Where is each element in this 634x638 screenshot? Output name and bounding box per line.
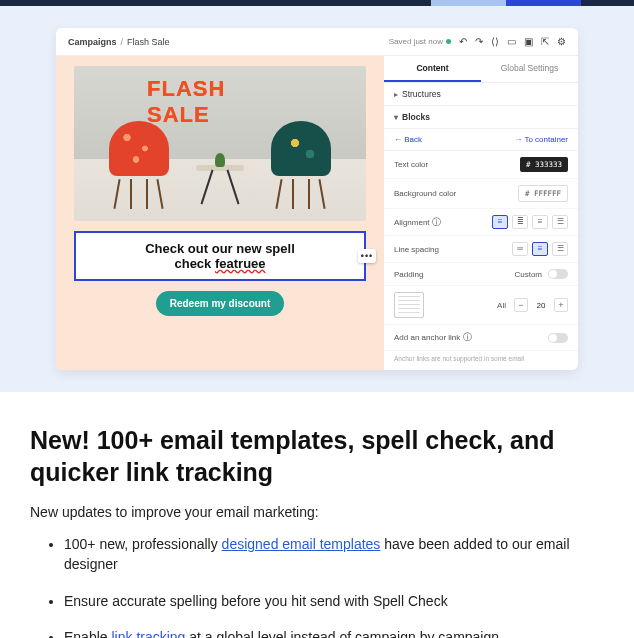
breadcrumb-current: Flash Sale [127,37,170,47]
alignment-label: Alignment ⓘ [394,216,441,229]
desktop-icon[interactable]: ▭ [507,36,516,47]
tab-content[interactable]: Content [384,56,481,82]
align-center-icon[interactable]: ≣ [512,215,528,229]
spacing-s-icon[interactable]: ═ [512,242,528,256]
intro-text: New updates to improve your email market… [30,504,604,520]
alignment-group: ≡ ≣ ≡ ☰ [492,215,568,229]
stepper-minus-button[interactable]: − [514,298,528,312]
padding-stepper: − 20 + [514,298,568,312]
code-icon[interactable]: ⟨⟩ [491,36,499,47]
custom-padding-toggle[interactable] [548,269,568,279]
selected-text-block[interactable]: Check out our new spell check featruee •… [74,231,366,281]
export-icon[interactable]: ⇱ [541,36,549,47]
redo-icon[interactable]: ↷ [475,36,483,47]
editor-toolbar: Campaigns / Flash Sale Saved just now ↶ … [56,28,578,56]
article-body: New! 100+ email templates, spell check, … [0,392,634,638]
plant-illustration [215,153,225,167]
info-icon[interactable]: ⓘ [463,332,472,342]
page-title: New! 100+ email templates, spell check, … [30,424,604,488]
spacing-m-icon[interactable]: ≡ [532,242,548,256]
back-button[interactable]: ← Back [394,135,422,144]
list-item: 100+ new, professionally designed email … [64,534,604,575]
anchor-note: Anchor links are not supported in some e… [384,351,578,370]
redeem-button[interactable]: Redeem my discount [156,291,285,316]
image-icon[interactable]: ▣ [524,36,533,47]
tab-global-settings[interactable]: Global Settings [481,56,578,82]
bg-color-value[interactable]: # FFFFFF [518,185,568,202]
accordion-blocks[interactable]: ▾ Blocks [384,106,578,129]
stepper-value[interactable]: 20 [532,301,550,310]
to-container-button[interactable]: → To container [514,135,568,144]
list-item: Enable link tracking at a global level i… [64,627,604,638]
text-color-label: Text color [394,160,428,169]
padding-preview-icon [394,292,424,318]
align-left-icon[interactable]: ≡ [492,215,508,229]
chevron-right-icon: ▸ [394,90,398,99]
breadcrumb-root[interactable]: Campaigns [68,37,117,47]
list-item: Ensure accurate spelling before you hit … [64,591,604,611]
stepper-plus-button[interactable]: + [554,298,568,312]
line-spacing-label: Line spacing [394,245,439,254]
chair-illustration [104,121,174,201]
top-accent-bar [0,0,634,6]
misspelled-word[interactable]: featruee [215,256,266,271]
info-icon[interactable]: ⓘ [432,217,441,227]
bg-color-label: Background color [394,189,456,198]
save-status: Saved just now [389,37,451,46]
editor-preview: Campaigns / Flash Sale Saved just now ↶ … [56,28,578,370]
properties-panel: Content Global Settings ▸ Structures ▾ B… [384,56,578,370]
templates-link[interactable]: designed email templates [222,536,381,552]
link-tracking-link[interactable]: link tracking [111,629,185,638]
undo-icon[interactable]: ↶ [459,36,467,47]
hero-image: FLASH SALE [74,66,366,221]
settings-icon[interactable]: ⚙ [557,36,566,47]
line-spacing-group: ═ ≡ ☰ [512,242,568,256]
accordion-structures[interactable]: ▸ Structures [384,83,578,106]
text-color-value[interactable]: # 333333 [520,157,568,172]
spacing-l-icon[interactable]: ☰ [552,242,568,256]
chevron-down-icon: ▾ [394,113,398,122]
chair-illustration [266,121,336,201]
anchor-toggle[interactable] [548,333,568,343]
align-justify-icon[interactable]: ☰ [552,215,568,229]
align-right-icon[interactable]: ≡ [532,215,548,229]
status-dot-icon [446,39,451,44]
email-canvas: FLASH SALE Check out our new spell [56,56,384,370]
anchor-label: Add an anchor link ⓘ [394,331,472,344]
padding-label: Padding [394,270,423,279]
block-menu-icon[interactable]: ••• [358,249,376,263]
breadcrumb: Campaigns / Flash Sale [68,37,170,47]
